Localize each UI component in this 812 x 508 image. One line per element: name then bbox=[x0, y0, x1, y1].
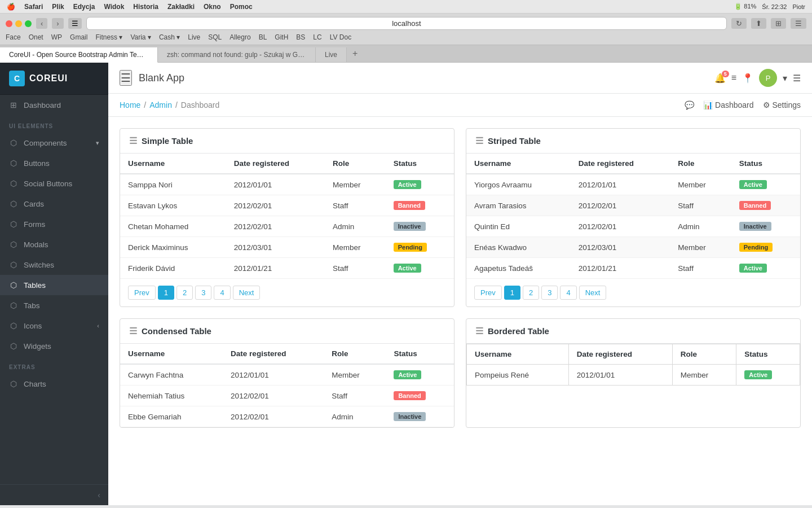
page-1-button[interactable]: 1 bbox=[504, 286, 520, 300]
comment-icon[interactable]: 💬 bbox=[685, 100, 694, 110]
reload-button[interactable]: ↻ bbox=[731, 18, 747, 29]
next-button[interactable]: Next bbox=[233, 286, 261, 300]
share-button[interactable]: ⬆ bbox=[751, 18, 766, 29]
bookmark-bs[interactable]: BS bbox=[296, 33, 305, 41]
bookmark-gmail[interactable]: Gmail bbox=[70, 33, 87, 41]
bookmark-lc[interactable]: LC bbox=[313, 33, 321, 41]
page-2-button[interactable]: 2 bbox=[176, 286, 193, 300]
url-bar[interactable]: localhost bbox=[86, 17, 727, 30]
bookmark-face[interactable]: Face bbox=[6, 33, 21, 41]
prev-button[interactable]: Prev bbox=[474, 286, 502, 300]
breadcrumb-current: Dashboard bbox=[181, 100, 220, 110]
page-1-button[interactable]: 1 bbox=[158, 286, 174, 300]
cell-date: 2012/02/01 bbox=[571, 195, 670, 216]
sidebar-toggle-button[interactable]: ☰ bbox=[68, 18, 82, 29]
forms-icon: ⬡ bbox=[9, 220, 18, 229]
sidebar: C COREUI ⊞ Dashboard UI ELEMENTS ⬡ Compo… bbox=[0, 63, 108, 505]
list-button[interactable]: ≡ bbox=[731, 73, 736, 83]
bookmark-fitness[interactable]: Fitness bbox=[95, 33, 122, 41]
bookmark-bl[interactable]: BL bbox=[259, 33, 267, 41]
cell-date: 2012/01/21 bbox=[226, 258, 325, 279]
bookmark-lvdoc[interactable]: LV Doc bbox=[330, 33, 351, 41]
bookmark-live[interactable]: Live bbox=[188, 33, 200, 41]
sidebar-item-widgets[interactable]: ⬡ Widgets bbox=[0, 336, 108, 356]
new-tab-icon[interactable]: + bbox=[347, 45, 363, 62]
forward-button[interactable]: › bbox=[52, 18, 63, 29]
hamburger-button[interactable]: ☰ bbox=[120, 70, 132, 86]
bookmark-onet[interactable]: Onet bbox=[29, 33, 43, 41]
sidebar-item-buttons[interactable]: ⬡ Buttons bbox=[0, 153, 108, 173]
page-4-button[interactable]: 4 bbox=[214, 286, 230, 300]
sidebar-item-components[interactable]: ⬡ Components ▾ bbox=[0, 133, 108, 153]
breadcrumb-home[interactable]: Home bbox=[120, 100, 140, 110]
cell-role: Staff bbox=[324, 386, 386, 406]
sidebar-item-dashboard[interactable]: ⊞ Dashboard bbox=[0, 95, 108, 115]
table-row: Agapetus Tadeáš 2012/01/21 Staff Active bbox=[466, 258, 800, 279]
plik-menu[interactable]: Plik bbox=[52, 3, 64, 11]
cell-date: 2012/01/01 bbox=[223, 364, 324, 386]
user-dropdown-button[interactable]: ▾ bbox=[783, 73, 787, 84]
zakladki-menu[interactable]: Zakładki bbox=[167, 3, 195, 11]
cell-status: Active bbox=[386, 364, 454, 386]
sidebar-item-cards[interactable]: ⬡ Cards bbox=[0, 194, 108, 214]
bookmark-wp[interactable]: WP bbox=[51, 33, 62, 41]
edycja-menu[interactable]: Edycja bbox=[73, 3, 95, 11]
mac-menu-right: 🔋 81% Śr. 22:32 Piotr bbox=[734, 3, 805, 10]
table-row: Carwyn Fachtna 2012/01/01 Member Active bbox=[120, 364, 454, 386]
sidebar-label-switches: Switches bbox=[24, 261, 54, 269]
sidebar-item-tables[interactable]: ⬡ Tables bbox=[0, 275, 108, 295]
sidebar-item-forms[interactable]: ⬡ Forms bbox=[0, 214, 108, 234]
browser-tab-0[interactable]: CoreUI - Open Source Bootstrap Admin Tem… bbox=[0, 47, 158, 63]
sidebar-item-charts[interactable]: ⬡ Charts bbox=[0, 374, 108, 394]
sidebar-item-icons[interactable]: ⬡ Icons ‹ bbox=[0, 316, 108, 336]
okno-menu[interactable]: Okno bbox=[204, 3, 221, 11]
browser-tab-1[interactable]: zsh: command not found: gulp - Szukaj w … bbox=[158, 47, 316, 62]
settings-menu-button[interactable]: ☰ bbox=[793, 73, 801, 84]
breadcrumb-sep-1: / bbox=[144, 100, 146, 110]
col-username: Username bbox=[120, 344, 223, 364]
sidebar-collapse-button[interactable]: ‹ bbox=[0, 484, 108, 505]
breadcrumb-settings-link[interactable]: ⚙ Settings bbox=[763, 100, 801, 110]
bookmark-allegro[interactable]: Allegro bbox=[230, 33, 250, 41]
page-2-button[interactable]: 2 bbox=[523, 286, 539, 300]
sidebar-item-tabs[interactable]: ⬡ Tabs bbox=[0, 295, 108, 316]
apple-menu[interactable]: 🍎 bbox=[7, 3, 15, 11]
browser-toolbar: ‹ › ☰ localhost ↻ ⬆ ⊞ ☰ bbox=[6, 17, 806, 30]
safari-menu[interactable]: Safari bbox=[24, 3, 43, 11]
location-button[interactable]: 📍 bbox=[742, 73, 753, 84]
pomoc-menu[interactable]: Pomoc bbox=[230, 3, 253, 11]
prev-button[interactable]: Prev bbox=[128, 286, 156, 300]
page-3-button[interactable]: 3 bbox=[541, 286, 558, 300]
notifications-button[interactable]: 🔔 5 bbox=[714, 73, 726, 84]
minimize-window-button[interactable] bbox=[15, 20, 22, 27]
breadcrumb-dashboard-link[interactable]: 📊 Dashboard bbox=[703, 100, 753, 110]
sidebar-item-modals[interactable]: ⬡ Modals bbox=[0, 234, 108, 255]
widok-menu[interactable]: Widok bbox=[104, 3, 124, 11]
historia-menu[interactable]: Historia bbox=[133, 3, 158, 11]
menu-button[interactable]: ☰ bbox=[791, 18, 806, 29]
table-row: Yiorgos Avraamu 2012/01/01 Member Active bbox=[466, 174, 800, 195]
sidebar-item-social-buttons[interactable]: ⬡ Social Buttons bbox=[0, 173, 108, 194]
page-4-button[interactable]: 4 bbox=[560, 286, 576, 300]
sidebar-item-switches[interactable]: ⬡ Switches bbox=[0, 255, 108, 275]
cell-username: Chetan Mohamed bbox=[120, 216, 226, 237]
user-label: Piotr bbox=[792, 3, 805, 10]
browser-chrome: ‹ › ☰ localhost ↻ ⬆ ⊞ ☰ Face Onet WP Gma… bbox=[0, 14, 812, 45]
back-button[interactable]: ‹ bbox=[36, 18, 47, 29]
browser-tab-2[interactable]: Live bbox=[316, 47, 347, 62]
bookmark-github[interactable]: GitH bbox=[275, 33, 288, 41]
bookmark-sql[interactable]: SQL bbox=[208, 33, 222, 41]
maximize-window-button[interactable] bbox=[25, 20, 32, 27]
close-window-button[interactable] bbox=[6, 20, 12, 27]
bookmark-cash[interactable]: Cash bbox=[159, 33, 180, 41]
next-button[interactable]: Next bbox=[579, 286, 607, 300]
bookmark-varia[interactable]: Varia bbox=[130, 33, 151, 41]
new-tab-button[interactable]: ⊞ bbox=[771, 18, 786, 29]
breadcrumb-admin[interactable]: Admin bbox=[149, 100, 172, 110]
page-3-button[interactable]: 3 bbox=[195, 286, 211, 300]
cell-role: Member bbox=[670, 174, 731, 195]
avatar[interactable]: P bbox=[759, 69, 777, 87]
cell-role: Member bbox=[325, 174, 386, 195]
condensed-table: Username Date registered Role Status Car… bbox=[120, 344, 454, 427]
sidebar-label-components: Components bbox=[24, 139, 67, 147]
